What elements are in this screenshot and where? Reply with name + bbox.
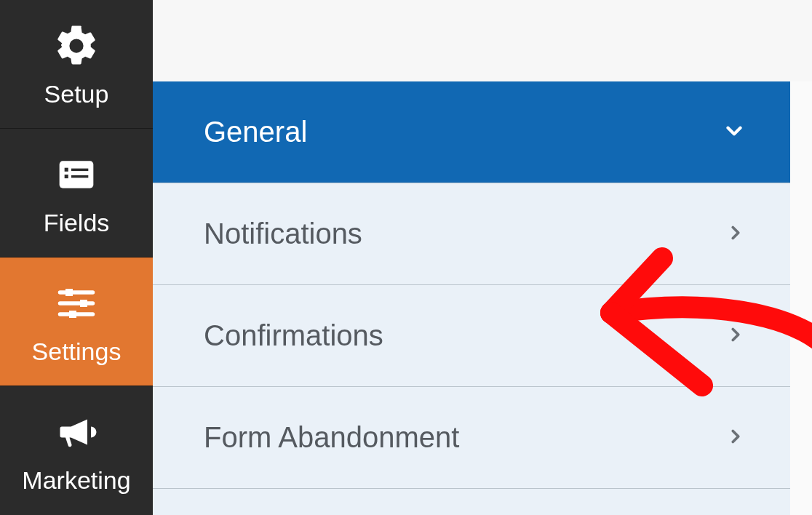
settings-panel-general[interactable]: General bbox=[153, 81, 790, 183]
svg-rect-8 bbox=[80, 300, 87, 307]
gear-icon bbox=[51, 20, 102, 71]
topbar bbox=[153, 0, 812, 81]
settings-panel-confirmations[interactable]: Confirmations bbox=[153, 285, 790, 387]
sidebar-item-label: Fields bbox=[44, 209, 110, 237]
chevron-right-icon bbox=[725, 222, 747, 247]
sidebar-item-fields[interactable]: Fields bbox=[0, 129, 153, 258]
sliders-icon bbox=[51, 278, 102, 329]
svg-rect-0 bbox=[60, 161, 94, 188]
sidebar-item-label: Marketing bbox=[22, 466, 130, 495]
scrollbar[interactable] bbox=[790, 81, 812, 515]
svg-rect-10 bbox=[69, 311, 76, 318]
svg-rect-2 bbox=[71, 168, 88, 171]
sidebar: Setup Fields Settings Marketing bbox=[0, 0, 153, 515]
sidebar-item-settings[interactable]: Settings bbox=[0, 258, 153, 386]
chevron-right-icon bbox=[725, 426, 747, 450]
settings-panel-list: General Notifications Confirmations Form… bbox=[153, 81, 790, 515]
sidebar-item-setup[interactable]: Setup bbox=[0, 0, 153, 129]
svg-rect-4 bbox=[71, 175, 88, 177]
svg-rect-1 bbox=[65, 167, 68, 171]
panel-item-label: Notifications bbox=[204, 217, 362, 250]
chevron-down-icon bbox=[722, 119, 747, 146]
svg-rect-6 bbox=[65, 289, 73, 296]
list-icon bbox=[51, 149, 102, 200]
panel-item-label: Confirmations bbox=[204, 319, 383, 352]
chevron-right-icon bbox=[725, 324, 747, 348]
sidebar-item-label: Setup bbox=[44, 80, 109, 108]
sidebar-item-label: Settings bbox=[32, 338, 122, 366]
settings-panel-notifications[interactable]: Notifications bbox=[153, 183, 790, 285]
megaphone-icon bbox=[51, 407, 102, 458]
settings-panel-form-abandonment[interactable]: Form Abandonment bbox=[153, 387, 790, 489]
sidebar-item-marketing[interactable]: Marketing bbox=[0, 386, 153, 515]
svg-rect-3 bbox=[65, 175, 68, 178]
panel-item-label: Form Abandonment bbox=[204, 421, 459, 454]
panel-item-label: General bbox=[204, 116, 307, 148]
main-content: General Notifications Confirmations Form… bbox=[153, 0, 812, 515]
